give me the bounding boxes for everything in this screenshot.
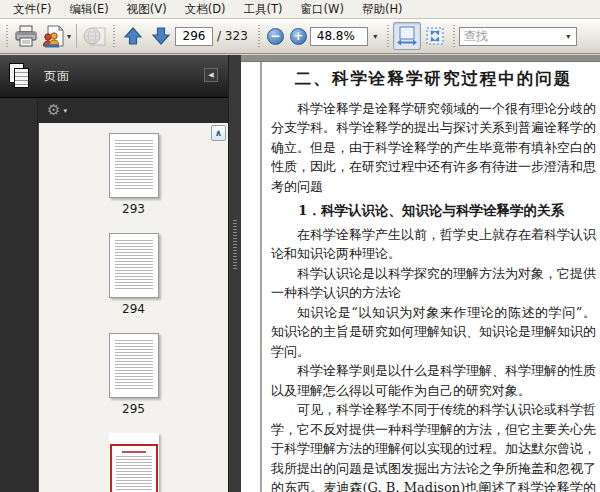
main-area: 页面 ◀ ⚙ ▾ ∧ 293 (0, 55, 600, 492)
find-dropdown-caret[interactable]: ▾ (561, 27, 576, 46)
thumbnail-page-295[interactable]: 295 (109, 333, 159, 416)
collapse-panel-button[interactable]: ◀ (204, 68, 218, 82)
menu-tools[interactable]: 工具(T) (235, 0, 292, 19)
thumbnail-image[interactable] (109, 333, 159, 398)
panel-splitter[interactable] (228, 55, 241, 492)
thumbnail-page-293[interactable]: 293 (109, 133, 159, 216)
gear-options-icon[interactable]: ⚙ (47, 103, 60, 118)
arrow-up-icon (123, 26, 143, 46)
thumbnail-list-area: ∧ 293 294 295 (38, 123, 228, 492)
paragraph: 科学诠释学则是以什么是科学理解、科学理解的性质以及理解怎么得以可能作为自己的研究… (271, 361, 596, 400)
thumbnail-label: 293 (122, 202, 145, 216)
pages-panel-header: 页面 ◀ (0, 55, 228, 98)
page-total-label: / 323 (217, 29, 248, 43)
printer-icon (14, 25, 38, 47)
thumbnail-image[interactable] (109, 133, 159, 198)
menu-bar: 文件(F) 编辑(E) 视图(V) 文档(D) 工具(T) 窗口(W) 帮助(H… (0, 0, 600, 19)
menu-help[interactable]: 帮助(H) (353, 0, 412, 19)
collaborate-dropdown-caret[interactable]: ▾ (67, 32, 71, 41)
collaborate-button[interactable]: ▾ (40, 22, 72, 50)
splitter-grip[interactable] (233, 220, 237, 270)
page-left-edge (260, 62, 262, 492)
thumbnail-page-296-selected[interactable]: 296 (109, 433, 159, 492)
toolbar-grip[interactable] (452, 25, 456, 47)
print-button[interactable] (12, 22, 40, 50)
menu-edit[interactable]: 编辑(E) (61, 0, 118, 19)
fit-width-icon (396, 26, 418, 46)
current-view-red-box (110, 444, 158, 492)
panel-tab-strip (0, 98, 38, 492)
menu-window[interactable]: 窗口(W) (292, 0, 353, 19)
zoom-dropdown-caret[interactable]: ▾ (368, 27, 383, 46)
pages-icon (9, 63, 31, 90)
toolbar-grip[interactable] (5, 25, 9, 47)
arrow-down-icon (151, 26, 171, 46)
sub-heading: 1．科学认识论、知识论与科学诠释学的关系 (271, 201, 596, 221)
fit-width-button[interactable] (393, 22, 421, 50)
scrollbar-up-button[interactable]: ∧ (211, 125, 226, 141)
thumbnail-label: 295 (122, 402, 145, 416)
thumbnail-image[interactable] (109, 233, 159, 298)
fit-page-button[interactable] (421, 22, 449, 50)
toolbar-separator (76, 24, 77, 48)
zoom-level-combo[interactable]: 48.8% (310, 27, 368, 46)
web-capture-button (81, 22, 109, 50)
page-content: 二、科学诠释学研究过程中的问题 科学诠释学是诠释学研究领域的一个很有理论分歧的分… (271, 65, 596, 492)
menu-file[interactable]: 文件(F) (4, 0, 61, 19)
paragraph: 在科学诠释学产生以前，哲学史上就存在着科学认识论和知识论两种理论。 (271, 225, 596, 264)
toolbar-grip[interactable] (386, 25, 390, 47)
paragraph: 科学诠释学是诠释学研究领域的一个很有理论分歧的分支学科。科学诠释学的提出与探讨关… (271, 99, 596, 197)
menu-document[interactable]: 文档(D) (176, 0, 235, 19)
thumbnails-options-bar: ⚙ ▾ (38, 98, 228, 123)
paragraph: 知识论是“以知识为对象来作理论的陈述的学问”。知识论的主旨是研究如何理解知识、知… (271, 303, 596, 362)
toolbar-grip[interactable] (257, 25, 261, 47)
zoom-out-button[interactable]: − (267, 28, 284, 45)
section-title: 二、科学诠释学研究过程中的问题 (271, 69, 596, 89)
paragraph: 科学认识论是以科学探究的理解方法为对象，它提供一种科学认识的方法论 (271, 264, 596, 303)
globe-document-icon (83, 25, 107, 47)
fit-page-icon (424, 26, 446, 46)
find-box: ▾ (459, 27, 577, 46)
pages-panel-title: 页面 (44, 68, 70, 85)
page-top-edge (241, 55, 600, 62)
paragraph: 可见，科学诠释学不同于传统的科学认识论或科学哲学，它不反对提供一种科学理解的方法… (271, 400, 596, 492)
next-page-button[interactable] (147, 22, 175, 50)
toolbar-grip[interactable] (112, 25, 116, 47)
thumbnail-image-current[interactable] (109, 433, 159, 492)
toolbar: ▾ / 323 − (0, 19, 600, 54)
page-number-input[interactable] (175, 27, 213, 46)
zoom-in-button[interactable]: + (290, 28, 307, 45)
collaborate-share-icon (41, 25, 65, 48)
document-view[interactable]: 二、科学诠释学研究过程中的问题 科学诠释学是诠释学研究领域的一个很有理论分歧的分… (241, 55, 600, 492)
gear-dropdown-caret[interactable]: ▾ (63, 107, 67, 115)
thumbnail-label: 294 (122, 302, 145, 316)
previous-page-button[interactable] (119, 22, 147, 50)
navigation-sidebar: 页面 ◀ ⚙ ▾ ∧ 293 (0, 55, 228, 492)
thumbnail-page-294[interactable]: 294 (109, 233, 159, 316)
menu-view[interactable]: 视图(V) (118, 0, 176, 19)
find-input[interactable] (460, 29, 561, 43)
